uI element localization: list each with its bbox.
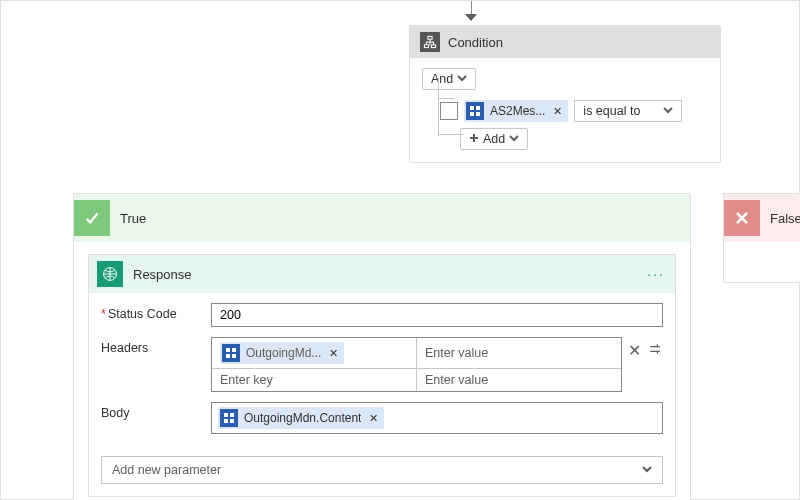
header-key-placeholder[interactable]: Enter key: [212, 369, 417, 391]
chevron-down-icon: [457, 72, 467, 86]
svg-rect-5: [470, 112, 474, 116]
svg-rect-11: [232, 354, 236, 358]
false-branch-card: False: [723, 193, 800, 283]
arrow-into-condition: [464, 1, 478, 23]
add-condition-button[interactable]: Add: [460, 128, 528, 150]
body-input[interactable]: OutgoingMdn.Content ✕: [211, 402, 663, 434]
header-value-placeholder[interactable]: Enter value: [417, 369, 621, 391]
svg-rect-10: [226, 354, 230, 358]
condition-operand-token[interactable]: AS2Mes... ✕: [464, 100, 568, 122]
svg-rect-15: [230, 419, 234, 423]
status-code-label: *Status Code: [101, 303, 211, 321]
svg-rect-2: [431, 45, 435, 48]
svg-rect-1: [424, 45, 428, 48]
token-remove-icon[interactable]: ✕: [327, 347, 340, 360]
switch-to-text-mode-icon[interactable]: [647, 337, 663, 360]
chevron-down-icon: [663, 104, 673, 118]
remove-header-row-icon[interactable]: ✕: [628, 337, 641, 360]
chevron-down-icon: [642, 463, 652, 477]
svg-rect-13: [230, 413, 234, 417]
false-header[interactable]: False: [724, 194, 800, 242]
x-icon: [724, 200, 760, 236]
header-key-cell[interactable]: OutgoingMd... ✕: [212, 338, 417, 368]
svg-rect-8: [226, 348, 230, 352]
token-icon: [220, 409, 238, 427]
logic-operator-dropdown[interactable]: And: [422, 68, 476, 90]
headers-label: Headers: [101, 337, 211, 355]
true-branch-card: True Response ··· *Status Code: [73, 193, 691, 500]
status-code-input[interactable]: [211, 303, 663, 327]
condition-title: Condition: [448, 35, 503, 50]
token-icon: [222, 344, 240, 362]
check-icon: [74, 200, 110, 236]
svg-rect-12: [224, 413, 228, 417]
token-remove-icon[interactable]: ✕: [551, 105, 564, 118]
true-title: True: [120, 211, 146, 226]
condition-icon: [420, 32, 440, 52]
more-menu-icon[interactable]: ···: [647, 266, 665, 282]
condition-card: Condition And AS2Mes... ✕ is equal to: [409, 25, 721, 163]
headers-table: OutgoingMd... ✕ Enter value Enter key En…: [211, 337, 622, 392]
response-card: Response ··· *Status Code Headers: [88, 254, 676, 497]
body-label: Body: [101, 402, 211, 420]
svg-rect-3: [470, 106, 474, 110]
svg-rect-0: [428, 36, 432, 39]
condition-row-checkbox[interactable]: [440, 102, 458, 120]
svg-rect-6: [476, 112, 480, 116]
svg-rect-9: [232, 348, 236, 352]
plus-icon: [469, 132, 479, 146]
response-title: Response: [133, 267, 192, 282]
true-header[interactable]: True: [74, 194, 690, 242]
header-value-cell[interactable]: Enter value: [417, 338, 621, 368]
svg-rect-4: [476, 106, 480, 110]
operator-dropdown[interactable]: is equal to: [574, 100, 682, 122]
chevron-down-icon: [509, 132, 519, 146]
false-title: False: [770, 211, 800, 226]
svg-rect-14: [224, 419, 228, 423]
globe-icon: [97, 261, 123, 287]
add-parameter-dropdown[interactable]: Add new parameter: [101, 456, 663, 484]
response-header[interactable]: Response ···: [89, 255, 675, 293]
condition-header[interactable]: Condition: [410, 26, 720, 58]
token-icon: [466, 102, 484, 120]
token-remove-icon[interactable]: ✕: [367, 412, 380, 425]
